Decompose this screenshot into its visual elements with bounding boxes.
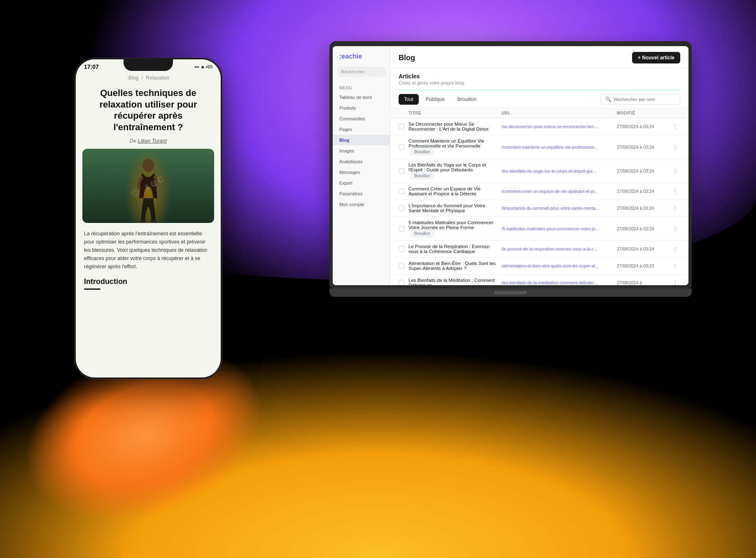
phone-mockup: 17:07 ▪▪▪ ◈ ▪65 :Blog / Relaxation Quell… xyxy=(74,58,222,379)
sidebar-item-export[interactable]: Export xyxy=(333,178,390,188)
sidebar-item-account[interactable]: Mon compte xyxy=(333,199,390,210)
sidebar-item-analytics[interactable]: Analytiques xyxy=(333,156,390,167)
table-row[interactable]: Se Déconnecter pour Mieux Se Reconnecter… xyxy=(390,118,688,135)
row-url: /les-bienfaits-de-la-meditation-comment-… xyxy=(502,280,617,285)
sidebar-search[interactable]: Rechercher... xyxy=(337,67,386,77)
row-date: 27/08/2024 à 03:24 xyxy=(617,169,670,173)
row-date: 27/08/2024 à 03:24 xyxy=(617,145,670,150)
sidebar-item-settings[interactable]: Paramètres xyxy=(333,188,390,199)
row-menu-icon[interactable]: ⋮ xyxy=(670,123,680,130)
row-menu-icon[interactable]: ⋮ xyxy=(670,225,680,232)
phone-notch xyxy=(124,59,173,71)
table-row[interactable]: Les Bienfaits du Yoga sur le Corps et l'… xyxy=(390,159,688,183)
tab-brouillon[interactable]: Brouillon xyxy=(452,94,482,105)
row-title: Se Déconnecter pour Mieux Se Reconnecter… xyxy=(408,122,502,131)
phone-breadcrumb: :Blog / Relaxation xyxy=(76,73,221,82)
phone-screen: 17:07 ▪▪▪ ◈ ▪65 :Blog / Relaxation Quell… xyxy=(76,59,221,377)
sidebar-item-blog[interactable]: Blog xyxy=(333,135,390,145)
scene: 17:07 ▪▪▪ ◈ ▪65 :Blog / Relaxation Quell… xyxy=(74,41,692,495)
row-checkbox[interactable] xyxy=(399,280,404,285)
new-article-button[interactable]: + Nouvel article xyxy=(632,52,680,63)
row-title: L'Importance du Sommeil pour Votre Santé… xyxy=(408,203,502,213)
desktop-mockup: :eachie Rechercher... Menu Tableau de bo… xyxy=(329,41,692,288)
row-date: 27/08/2024 à xyxy=(617,280,670,285)
phone-content[interactable]: :Blog / Relaxation Quelles techniques de… xyxy=(76,70,221,373)
table-row[interactable]: Les Bienfaits de la Méditation : Comment… xyxy=(390,274,688,285)
phone-intro-heading: Introduction xyxy=(76,274,221,288)
col-modified: MODIFIÉ xyxy=(617,111,670,115)
row-title: 5 Habitudes Matinales pour Commencer Vot… xyxy=(408,220,502,237)
articles-table[interactable]: TITRE URL MODIFIÉ Se Déconnecter pour Mi… xyxy=(390,108,688,285)
row-url: /limportance-du-sommeil-pour-votre-sante… xyxy=(502,206,617,211)
sidebar-item-dashboard[interactable]: Tableau de bord xyxy=(333,92,390,103)
row-menu-icon[interactable]: ⋮ xyxy=(670,279,680,285)
table-row[interactable]: 5 Habitudes Matinales pour Commencer Vot… xyxy=(390,217,688,241)
row-menu-icon[interactable]: ⋮ xyxy=(670,263,680,269)
signal-icon: ◈ xyxy=(201,64,204,70)
row-menu-icon[interactable]: ⋮ xyxy=(670,188,680,195)
table-row[interactable]: Alimentation et Bien-Être : Quels Sont l… xyxy=(390,258,688,274)
table-row[interactable]: Comment Créer un Espace de Vie Apaisant … xyxy=(390,183,688,200)
svg-point-0 xyxy=(142,159,154,172)
row-url: /comment-creer-un-espace-de-vie-apaisant… xyxy=(502,189,617,194)
phone-intro-underline xyxy=(84,288,100,290)
articles-section-subtitle: Créez et gérez votre propre blog. xyxy=(399,80,680,85)
col-checkbox xyxy=(399,111,408,115)
col-actions xyxy=(670,111,680,115)
row-title: Comment Maintenir un Équilibre Vie Profe… xyxy=(408,138,502,155)
filter-row: Tout Publique Brouillon 🔍 xyxy=(399,94,680,105)
row-date: 27/08/2024 à 03:24 xyxy=(617,226,670,231)
table-row[interactable]: L'Importance du Sommeil pour Votre Santé… xyxy=(390,200,688,217)
sidebar-item-messages[interactable]: Messages xyxy=(333,167,390,178)
search-placeholder-text: Rechercher... xyxy=(341,69,368,74)
row-url: /5-habitudes-matinales-pour-commencer-vo… xyxy=(502,226,617,231)
row-url: /les-bienfaits-du-yoga-sur-le-corps-et-l… xyxy=(502,169,617,173)
row-date: 27/08/2024 à 03:23 xyxy=(617,263,670,268)
table-header: TITRE URL MODIFIÉ xyxy=(390,108,688,118)
row-checkbox[interactable] xyxy=(399,144,404,150)
row-title: Le Pouvoir de la Respiration : Exercez-v… xyxy=(408,244,502,254)
badge-draft: Brouillon xyxy=(411,148,434,155)
phone-status-icons: ▪▪▪ ◈ ▪65 xyxy=(194,64,212,70)
phone-article-title: Quelles techniques de relaxation utilise… xyxy=(76,82,221,136)
svg-point-2 xyxy=(150,220,157,223)
row-menu-icon[interactable]: ⋮ xyxy=(670,205,680,211)
articles-section-title: Articles xyxy=(399,73,680,80)
row-url: /se-deconnecter-pour-mieux-se-reconnecte… xyxy=(502,124,617,129)
row-title: Les Bienfaits du Yoga sur le Corps et l'… xyxy=(408,162,502,179)
phone-time: 17:07 xyxy=(84,63,99,70)
row-checkbox[interactable] xyxy=(399,168,404,174)
row-checkbox[interactable] xyxy=(399,246,404,252)
tab-tout[interactable]: Tout xyxy=(399,94,419,105)
sidebar: :eachie Rechercher... Menu Tableau de bo… xyxy=(333,46,390,285)
sidebar-item-pages[interactable]: Pages xyxy=(333,124,390,135)
badge-draft: Brouillon xyxy=(411,172,434,179)
desktop-shell: :eachie Rechercher... Menu Tableau de bo… xyxy=(329,41,692,288)
row-title: Comment Créer un Espace de Vie Apaisant … xyxy=(408,186,502,196)
battery-icon: ▪65 xyxy=(206,64,212,69)
search-box[interactable]: 🔍 xyxy=(601,94,680,105)
author-link[interactable]: Lilian Turant xyxy=(138,138,167,144)
row-date: 27/08/2024 à 03:24 xyxy=(617,189,670,194)
row-url: /comment-maintenir-un-equilibre-vie-prof… xyxy=(502,145,617,150)
sidebar-item-orders[interactable]: Commandes xyxy=(333,113,390,124)
table-row[interactable]: Comment Maintenir un Équilibre Vie Profe… xyxy=(390,135,688,159)
row-checkbox[interactable] xyxy=(399,188,404,194)
sidebar-item-images[interactable]: Images xyxy=(333,145,390,156)
row-checkbox[interactable] xyxy=(399,205,404,211)
articles-section: Articles Créez et gérez votre propre blo… xyxy=(390,68,688,108)
row-checkbox[interactable] xyxy=(399,124,404,129)
row-checkbox[interactable] xyxy=(399,263,404,269)
main-content: Blog + Nouvel article Articles Créez et … xyxy=(390,46,688,285)
row-checkbox[interactable] xyxy=(399,226,404,232)
hero-figure: © rec xyxy=(82,149,214,223)
search-input[interactable] xyxy=(614,97,676,102)
row-menu-icon[interactable]: ⋮ xyxy=(670,246,680,252)
row-menu-icon[interactable]: ⋮ xyxy=(670,144,680,150)
row-menu-icon[interactable]: ⋮ xyxy=(670,168,680,174)
search-icon: 🔍 xyxy=(605,96,611,102)
table-row[interactable]: Le Pouvoir de la Respiration : Exercez-v… xyxy=(390,241,688,258)
sidebar-item-products[interactable]: Produits xyxy=(333,103,390,113)
phone-hero-image: © rec xyxy=(82,149,214,223)
tab-publique[interactable]: Publique xyxy=(420,94,450,105)
